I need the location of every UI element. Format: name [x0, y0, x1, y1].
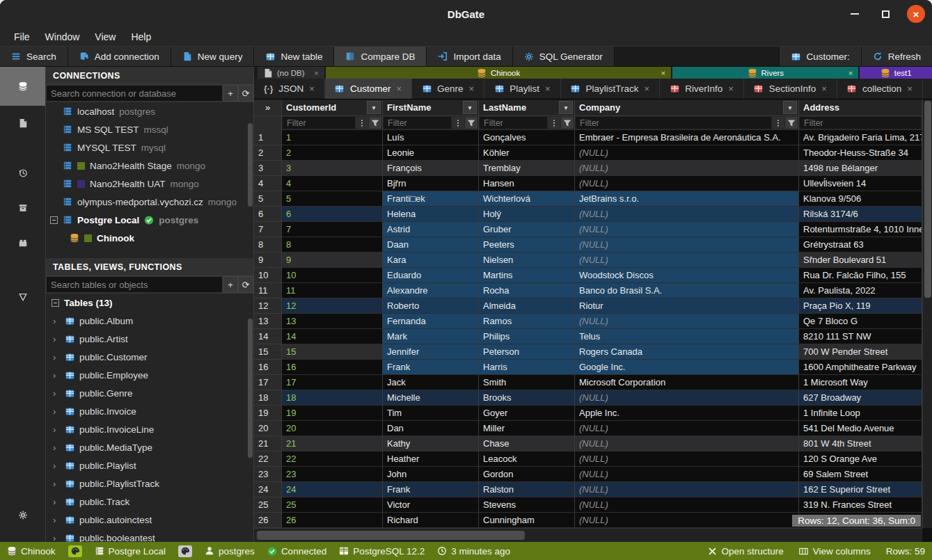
cell-address[interactable]: 541 Del Medio Avenue	[799, 421, 922, 436]
cell-lastname[interactable]: Peeters	[479, 237, 575, 253]
cell-address[interactable]: 1 Microsoft Way	[799, 375, 922, 390]
collapse-icon[interactable]: –	[50, 216, 58, 224]
tab-riverinfo[interactable]: RiverInfo×	[660, 79, 744, 99]
filter-cell-customerid[interactable]: Filter	[282, 116, 383, 130]
rail-item-settings[interactable]	[0, 497, 45, 532]
cell-customerid[interactable]: 19	[282, 406, 383, 421]
cell-firstname[interactable]: Jack	[383, 375, 479, 390]
tables-group[interactable]: –Tables (13)	[46, 294, 253, 312]
row-number[interactable]: 26	[254, 513, 282, 528]
cell-firstname[interactable]: Dan	[383, 421, 479, 436]
cell-address[interactable]: 801 W 4th Street	[799, 436, 922, 451]
cell-lastname[interactable]: Gonçalves	[479, 130, 575, 145]
column-menu-button[interactable]: ▾	[559, 101, 573, 114]
collapse-icon[interactable]: –	[52, 299, 59, 307]
cell-address[interactable]: 1600 Amphitheatre Parkway	[799, 360, 922, 375]
cell-company[interactable]: (NULL)	[575, 314, 799, 329]
cell-address[interactable]: 69 Salem Street	[799, 467, 922, 482]
cell-address[interactable]: 319 N. Frances Street	[799, 497, 922, 513]
close-icon[interactable]: ×	[396, 83, 402, 94]
row-number[interactable]: 9	[254, 253, 282, 268]
cell-firstname[interactable]: Alexandre	[383, 283, 479, 298]
filter-cell-address[interactable]: Filter	[799, 116, 922, 130]
tab-genre[interactable]: Genre×	[412, 79, 484, 99]
cell-customerid[interactable]: 11	[282, 283, 383, 298]
cell-address[interactable]: 120 S Orange Ave	[799, 451, 922, 467]
cell-customerid[interactable]: 20	[282, 421, 383, 436]
table-item[interactable]: ›public.Customer	[46, 348, 253, 366]
cell-company[interactable]: (NULL)	[575, 145, 799, 161]
cell-firstname[interactable]: Leonie	[383, 145, 479, 161]
database-group-chinook[interactable]: Chinook×	[326, 67, 671, 79]
toolbar-button-new-query[interactable]: New query	[171, 47, 255, 66]
row-number[interactable]: 8	[254, 237, 282, 253]
cell-lastname[interactable]: Holý	[479, 207, 575, 222]
table-item[interactable]: ›public.Genre	[46, 384, 253, 402]
cell-lastname[interactable]: Almeida	[479, 298, 575, 314]
cell-firstname[interactable]: Frank	[383, 482, 479, 497]
cell-firstname[interactable]: François	[383, 161, 479, 176]
cell-lastname[interactable]: Stevens	[479, 497, 575, 513]
row-number[interactable]: 13	[254, 314, 282, 329]
cell-address[interactable]: Qe 7 Bloco G	[799, 314, 922, 329]
close-icon[interactable]: ×	[309, 83, 315, 94]
filter-menu-button[interactable]	[548, 117, 560, 129]
menu-help[interactable]: Help	[124, 30, 158, 44]
chevron-right-icon[interactable]: ›	[53, 424, 60, 435]
connection-item[interactable]: Nano2Health UATmongo	[46, 175, 253, 193]
connection-item[interactable]: –Postgre Localpostgres	[46, 211, 253, 229]
maximize-button[interactable]	[876, 5, 894, 23]
cell-address[interactable]: 627 Broadway	[799, 390, 922, 406]
menu-view[interactable]: View	[88, 30, 123, 44]
chevron-right-icon[interactable]: ›	[53, 352, 60, 362]
cell-lastname[interactable]: Gruber	[479, 222, 575, 237]
cell-firstname[interactable]: Frank	[383, 360, 479, 375]
connections-refresh-button[interactable]: ⟳	[238, 85, 253, 102]
cell-firstname[interactable]: Kara	[383, 253, 479, 268]
table-item[interactable]: ›public.Employee	[46, 366, 253, 384]
cell-lastname[interactable]: Leacock	[479, 451, 575, 467]
cell-address[interactable]: 162 E Superior Street	[799, 482, 922, 497]
row-number[interactable]: 25	[254, 497, 282, 513]
cell-address[interactable]: Praça Pio X, 119	[799, 298, 922, 314]
cell-customerid[interactable]: 16	[282, 360, 383, 375]
cell-company[interactable]: Woodstock Discos	[575, 268, 799, 283]
column-header-address[interactable]: Address	[799, 99, 922, 116]
status-palette[interactable]	[68, 545, 82, 557]
filter-menu-button[interactable]	[452, 117, 464, 129]
column-menu-button[interactable]: ▾	[463, 101, 477, 114]
database-group-test1[interactable]: test1	[860, 67, 932, 79]
status-postgres[interactable]: postgres	[205, 546, 255, 557]
filter-funnel-button[interactable]	[369, 117, 381, 129]
toolbar-button-customer[interactable]: Customer:	[779, 47, 860, 66]
cell-lastname[interactable]: Martins	[479, 268, 575, 283]
cell-lastname[interactable]: Harris	[479, 360, 575, 375]
row-number[interactable]: 20	[254, 421, 282, 436]
connection-item[interactable]: Chinook	[46, 229, 253, 247]
cell-address[interactable]: Ullevĺlsveien 14	[799, 176, 922, 191]
cell-customerid[interactable]: 8	[282, 237, 383, 253]
cell-customerid[interactable]: 25	[282, 497, 383, 513]
chevron-right-icon[interactable]: ›	[53, 515, 60, 525]
cell-lastname[interactable]: Tremblay	[479, 161, 575, 176]
toolbar-button-compare-db[interactable]: Compare DB	[334, 47, 427, 66]
cell-address[interactable]: Rua Dr. Falcăo Filho, 155	[799, 268, 922, 283]
row-number[interactable]: 22	[254, 451, 282, 467]
tab-collection[interactable]: collection×	[837, 79, 923, 99]
connection-item[interactable]: MS SQL TESTmssql	[46, 120, 253, 138]
cell-lastname[interactable]: Köhler	[479, 145, 575, 161]
connections-scrollbar[interactable]	[248, 123, 253, 207]
rail-item-plugins[interactable]	[0, 225, 45, 260]
table-item[interactable]: ›public.Artist	[46, 330, 253, 348]
column-header-lastname[interactable]: LastName▾	[479, 99, 575, 116]
close-icon[interactable]: ×	[645, 83, 650, 94]
cell-customerid[interactable]: 2	[282, 145, 383, 161]
grid-vertical-scrollbar[interactable]	[922, 99, 932, 528]
cell-company[interactable]: (NULL)	[575, 176, 799, 191]
cell-lastname[interactable]: Cunningham	[479, 513, 575, 528]
toolbar-button-add-connection[interactable]: Add connection	[68, 47, 171, 66]
cell-company[interactable]: Rogers Canada	[575, 344, 799, 360]
cell-customerid[interactable]: 6	[282, 207, 383, 222]
filter-cell-firstname[interactable]: Filter	[383, 116, 479, 130]
filter-input[interactable]: Filter	[576, 117, 771, 129]
